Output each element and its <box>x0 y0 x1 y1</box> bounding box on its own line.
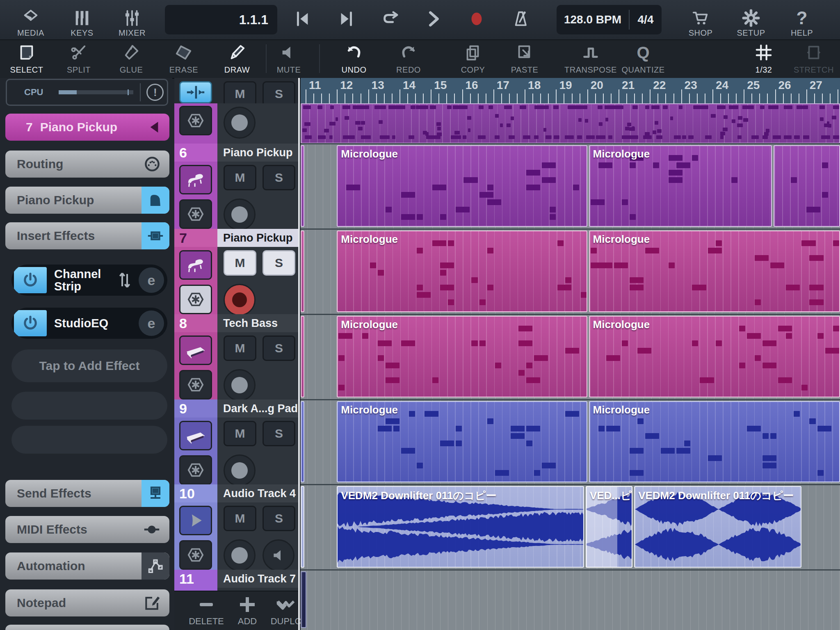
select-tool-button[interactable]: SELECT <box>2 43 51 76</box>
midi-clip-fragment[interactable] <box>301 231 304 312</box>
play-track-icon[interactable] <box>179 506 212 535</box>
grand-piano-track-icon[interactable] <box>179 250 212 280</box>
freeze-track-button[interactable] <box>179 106 212 135</box>
add-track-button[interactable]: ADD <box>227 595 268 628</box>
midi-clip[interactable]: Micrologue <box>337 231 587 312</box>
automation-section[interactable]: Automation <box>5 552 169 580</box>
audio-clip-fragment[interactable] <box>301 486 304 568</box>
collapse-icon[interactable] <box>148 120 160 134</box>
synth-track-icon[interactable] <box>179 421 212 450</box>
mute-track-button[interactable]: M <box>224 165 256 190</box>
record-enable-button[interactable] <box>224 369 256 401</box>
media-button[interactable]: MEDIA <box>8 3 53 38</box>
keys-button[interactable]: KEYS <box>59 3 105 38</box>
erase-tool-button[interactable]: ERASE <box>159 43 208 76</box>
insert-effects-section[interactable]: Insert Effects <box>5 222 169 249</box>
solo-track-button[interactable]: S <box>262 81 295 107</box>
undo-button[interactable]: UNDO <box>329 43 379 76</box>
redo-button[interactable]: REDO <box>384 43 433 76</box>
draw-tool-button[interactable]: DRAW <box>212 43 262 76</box>
selected-track-header[interactable]: 7 Piano Pickup <box>5 114 169 141</box>
go-to-end-button[interactable] <box>328 4 365 34</box>
quantize-button[interactable]: Q QUANTIZE <box>619 43 668 76</box>
cycle-button[interactable] <box>372 4 409 34</box>
power-button[interactable] <box>14 310 47 336</box>
automation-icon-section[interactable] <box>142 552 169 580</box>
audio-clip-fragment[interactable] <box>301 571 306 628</box>
tracklist-arrangement-divider[interactable] <box>298 78 300 630</box>
empty-effect-slot[interactable] <box>11 392 167 420</box>
copy-button[interactable]: COPY <box>448 43 498 76</box>
track-name[interactable]: Audio Track 4 <box>217 484 298 502</box>
instrument-icon-section[interactable] <box>142 187 169 214</box>
follow-playhead-button[interactable] <box>179 81 212 103</box>
reorder-arrows-icon[interactable] <box>116 270 133 290</box>
solo-track-button[interactable]: S <box>262 250 295 276</box>
audio-clip[interactable]: VEDM2 Downlifter 011のコピー <box>337 486 584 568</box>
mute-track-button[interactable]: M <box>224 336 256 361</box>
track-name[interactable]: Piano Pickup <box>217 229 298 247</box>
instrument-section[interactable]: Piano Pickup <box>5 187 169 214</box>
solo-track-button[interactable]: S <box>262 421 295 446</box>
midi-clip[interactable]: Micrologue <box>337 401 587 482</box>
freeze-track-button[interactable] <box>179 455 212 485</box>
notepad-section[interactable]: Notepad <box>5 589 169 616</box>
record-enable-button[interactable] <box>224 539 256 571</box>
glue-tool-button[interactable]: GLUE <box>107 43 156 76</box>
tempo-display[interactable]: 128.0 BPM 4/4 <box>557 5 662 34</box>
setup-button[interactable]: SETUP <box>728 3 774 38</box>
midi-effects-section[interactable]: MIDI Effects <box>5 516 169 543</box>
solo-track-button[interactable]: S <box>262 336 295 361</box>
mute-track-button[interactable]: M <box>224 250 256 276</box>
record-enable-button[interactable] <box>224 284 256 316</box>
routing-section[interactable]: Routing <box>5 151 169 178</box>
paste-button[interactable]: PASTE <box>500 43 549 76</box>
freeze-track-button[interactable] <box>179 199 212 229</box>
record-button[interactable] <box>458 4 495 34</box>
mute-track-button[interactable]: M <box>224 81 256 107</box>
duplicate-track-button[interactable]: DUPLC <box>265 595 306 628</box>
next-inspector-section-partial[interactable] <box>5 625 169 630</box>
mute-tool-button[interactable]: MUTE <box>264 43 313 76</box>
help-button[interactable]: ? HELP <box>779 3 824 38</box>
send-effects-icon-section[interactable] <box>142 480 169 507</box>
midi-clip[interactable]: Micrologue <box>337 316 587 397</box>
mute-track-button[interactable]: M <box>224 506 256 531</box>
timeline-ruler[interactable]: 1112131415161718192021222324252627 <box>301 78 840 104</box>
midi-clip[interactable]: Micrologue <box>589 231 840 312</box>
synth-track-icon[interactable] <box>179 336 212 365</box>
track-name[interactable]: Dark A...g Pad <box>217 399 298 418</box>
tap-to-add-effect-button[interactable]: Tap to Add Effect <box>11 349 167 382</box>
track-number[interactable]: 8 <box>174 314 217 332</box>
edit-effect-button[interactable]: e <box>139 310 164 336</box>
record-enable-button[interactable] <box>224 199 256 231</box>
solo-track-button[interactable]: S <box>262 165 295 190</box>
track-number[interactable]: 11 <box>174 570 217 588</box>
track-name[interactable]: Tech Bass <box>217 314 298 332</box>
track-number[interactable]: 7 <box>174 229 217 247</box>
monitor-button[interactable] <box>224 107 256 139</box>
freeze-track-button[interactable] <box>179 285 212 314</box>
insert-effects-icon-section[interactable] <box>142 222 169 249</box>
midi-clip[interactable] <box>774 145 840 227</box>
send-effects-section[interactable]: Send Effects <box>5 480 169 507</box>
audio-clip[interactable]: VEDM2 Downlifter 011のコピー <box>634 486 801 568</box>
record-enable-button[interactable] <box>224 454 256 486</box>
track-number[interactable]: 9 <box>174 399 217 418</box>
go-to-start-button[interactable] <box>284 4 321 34</box>
delete-track-button[interactable]: DELETE <box>186 595 227 628</box>
grand-piano-track-icon[interactable] <box>179 165 212 194</box>
mixer-button[interactable]: MIXER <box>110 3 155 38</box>
play-button[interactable] <box>415 4 452 34</box>
track-name[interactable]: Piano Pickup <box>217 144 298 162</box>
track-number[interactable]: 10 <box>174 484 217 502</box>
snap-grid-button[interactable]: 1/32 <box>739 43 788 76</box>
midi-clip[interactable]: Micrologue <box>337 145 587 227</box>
stretch-tool-button[interactable]: STRETCH <box>789 43 838 76</box>
freeze-track-button[interactable] <box>179 370 212 399</box>
warning-icon[interactable]: ! <box>146 84 164 101</box>
split-tool-button[interactable]: SPLIT <box>54 43 103 76</box>
track-number[interactable]: 6 <box>174 144 217 162</box>
solo-track-button[interactable]: S <box>262 506 295 531</box>
midi-clip[interactable] <box>301 103 840 144</box>
